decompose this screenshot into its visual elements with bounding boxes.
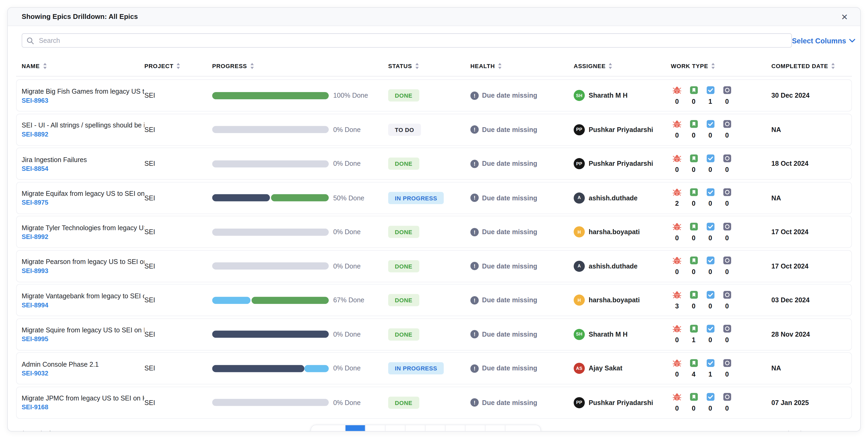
bug-icon (673, 120, 681, 128)
per-page-label: Showing 10 per page (783, 430, 846, 431)
task-icon (706, 86, 714, 94)
progress-segment (212, 92, 329, 99)
table-row[interactable]: Migrate Pearson from legacy US to SEI on… (16, 250, 852, 282)
health-warning-icon: ! (470, 228, 479, 236)
story-count: 0 (692, 166, 695, 173)
pagination-page-5[interactable]: 5 (426, 425, 446, 431)
table-row[interactable]: Migrate Tyler Technologies from legacy U… (16, 216, 852, 248)
epic-key-link[interactable]: SEI-8892 (22, 131, 145, 138)
status-badge: DONE (388, 260, 419, 272)
sort-icon[interactable] (609, 63, 613, 69)
table-header-row: Name Project Progress Status Health (22, 62, 846, 70)
column-header-status[interactable]: Status (388, 63, 470, 69)
sort-icon[interactable] (42, 63, 47, 69)
sort-icon[interactable] (831, 63, 836, 69)
epic-key-link[interactable]: SEI-8994 (22, 302, 145, 308)
story-icon (689, 188, 698, 196)
progress-segment (212, 399, 329, 406)
column-header-name[interactable]: Name (22, 63, 145, 69)
work-type-other: 0 (721, 256, 733, 276)
epics-drilldown-modal: Showing Epics Drilldown: All Epics ✕ Sel… (7, 7, 861, 431)
table-row[interactable]: SEI - UI - All strings / spellings shoul… (16, 113, 852, 145)
column-header-progress[interactable]: Progress (212, 63, 388, 69)
assignee-name: ashish.duthade (589, 262, 638, 270)
epic-name: Migrate Tyler Technologies from legacy U… (22, 224, 145, 232)
avatar: H (574, 295, 585, 306)
work-type-story: 0 (688, 188, 700, 208)
search-box[interactable] (22, 33, 792, 47)
table-row[interactable]: Migrate JPMC from legacy US to SEI on Ha… (16, 386, 852, 418)
column-header-health[interactable]: Health (470, 63, 574, 69)
task-count: 0 (708, 404, 712, 412)
avatar: AS (574, 363, 585, 374)
table-row[interactable]: Migrate Squire from legacy US to SEI on … (16, 318, 852, 350)
work-type-other: 0 (721, 324, 733, 344)
sort-icon[interactable] (415, 63, 420, 69)
work-type-cell: 0 0 0 0 (671, 393, 771, 412)
pagination-page-7[interactable]: 7 (466, 425, 486, 431)
status-badge: IN PROGRESS (388, 362, 444, 374)
bug-count: 0 (675, 166, 679, 173)
pagination-page-1[interactable]: 1 (345, 425, 366, 431)
status-cell: DONE (388, 294, 470, 306)
sort-icon[interactable] (498, 63, 502, 69)
progress-cell: 0% Done (212, 365, 388, 372)
table-row[interactable]: Migrate Big Fish Games from legacy US to… (16, 79, 852, 111)
other-count: 0 (725, 370, 729, 378)
progress-label: 100% Done (333, 92, 368, 99)
progress-segment (251, 297, 329, 304)
table-row[interactable]: Migrate Equifax from legacy US to SEI on… (16, 182, 852, 214)
column-header-assignee[interactable]: Assignee (574, 63, 671, 69)
epic-key-link[interactable]: SEI-8995 (22, 336, 145, 342)
pagination-page-6[interactable]: 6 (446, 425, 466, 431)
select-columns-button[interactable]: Select Columns (792, 36, 855, 45)
epic-key-link[interactable]: SEI-9032 (22, 370, 145, 376)
progress-segment (304, 365, 329, 372)
avatar: SH (574, 329, 585, 340)
search-input[interactable] (38, 36, 787, 45)
story-count: 0 (692, 302, 695, 310)
epic-key-link[interactable]: SEI-8975 (22, 199, 145, 206)
pagination-page-4[interactable]: 4 (406, 425, 426, 431)
assignee-cell: PP Pushkar Priyadarshi (574, 158, 671, 169)
project-cell: SEI (145, 194, 212, 202)
pagination-next-button[interactable]: Next → (506, 425, 540, 431)
column-header-work-type[interactable]: Work Type (671, 63, 771, 69)
sort-icon[interactable] (176, 63, 181, 69)
work-type-cell: 2 0 0 0 (671, 188, 771, 208)
pagination-page-8[interactable]: 8 (486, 425, 506, 431)
epic-key-link[interactable]: SEI-8993 (22, 267, 145, 274)
epic-key-link[interactable]: SEI-8963 (22, 97, 145, 103)
pagination-page-2[interactable]: 2 (366, 425, 386, 431)
progress-segment (212, 194, 270, 201)
table-row[interactable]: Jira Ingestion Failures SEI-8854 SEI 0% … (16, 147, 852, 180)
progress-cell: 0% Done (212, 126, 388, 133)
work-type-story: 1 (688, 324, 700, 344)
health-warning-icon: ! (470, 159, 479, 168)
progress-segment (212, 126, 329, 133)
close-icon[interactable]: ✕ (841, 12, 848, 21)
column-header-completed-date[interactable]: Completed Date (771, 63, 846, 69)
epic-key-link[interactable]: SEI-9168 (22, 404, 145, 411)
other-icon (723, 222, 731, 230)
work-type-task: 0 (704, 154, 716, 173)
table-row[interactable]: Migrate Vantagebank from legacy to SEI o… (16, 284, 852, 316)
other-icon (723, 324, 731, 333)
sort-icon[interactable] (250, 63, 254, 69)
assignee-cell: PP Pushkar Priyadarshi (574, 397, 671, 408)
epic-key-link[interactable]: SEI-8854 (22, 165, 145, 172)
assignee-name: Pushkar Priyadarshi (589, 399, 653, 406)
sort-icon[interactable] (711, 63, 716, 69)
pagination-prev-button[interactable]: ← Prev (311, 425, 346, 431)
avatar: H (574, 226, 585, 237)
column-header-project[interactable]: Project (145, 63, 212, 69)
work-type-cell: 0 0 0 0 (671, 222, 771, 242)
page-title: Showing Epics Drilldown: All Epics (22, 13, 138, 21)
assignee-cell: AS Ajay Sakat (574, 363, 671, 374)
epic-key-link[interactable]: SEI-8992 (22, 233, 145, 240)
task-count: 0 (708, 200, 712, 207)
table-row[interactable]: Admin Console Phase 2.1 SEI-9032 SEI 0% … (16, 352, 852, 384)
work-type-task: 0 (704, 222, 716, 242)
progress-cell: 0% Done (212, 399, 388, 406)
pagination-page-3[interactable]: 3 (386, 425, 406, 431)
